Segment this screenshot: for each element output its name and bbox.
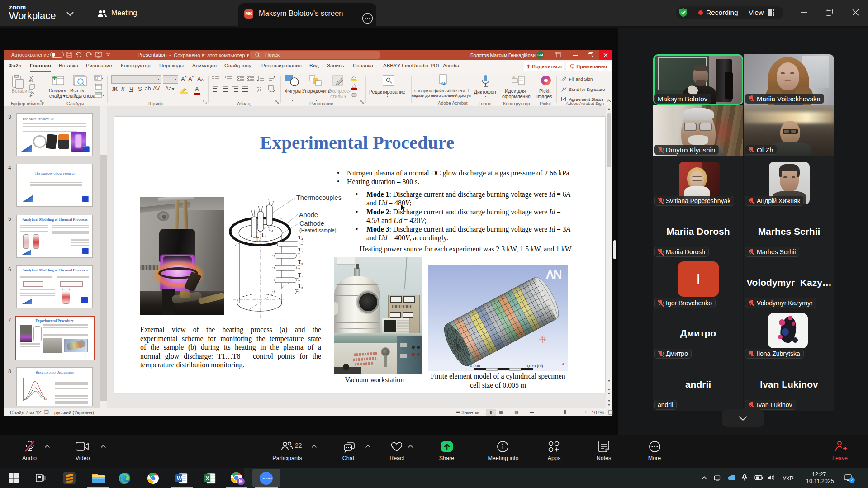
svg-text:0,000: 0,000 — [470, 364, 480, 368]
svg-text:T₁: T₁ — [261, 232, 266, 237]
svg-text:Cathode: Cathode — [299, 220, 324, 227]
svg-text:z: z — [562, 361, 564, 365]
svg-text:W: W — [177, 475, 182, 482]
svg-text:T₈: T₈ — [298, 283, 303, 289]
svg-text:T₆: T₆ — [298, 259, 303, 265]
svg-text:T₃: T₃ — [268, 226, 273, 232]
svg-text:T₅: T₅ — [298, 247, 303, 252]
svg-text:Thermocouples: Thermocouples — [296, 194, 342, 201]
svg-text:0,070 (m): 0,070 (m) — [526, 364, 543, 368]
svg-text:T₂: T₂ — [256, 237, 261, 242]
svg-text:X: X — [206, 475, 209, 482]
svg-text:Anode: Anode — [299, 211, 318, 218]
svg-text:(Heated sample): (Heated sample) — [299, 227, 336, 233]
svg-text:T₄: T₄ — [298, 235, 303, 240]
svg-text:T₇: T₇ — [298, 272, 303, 278]
